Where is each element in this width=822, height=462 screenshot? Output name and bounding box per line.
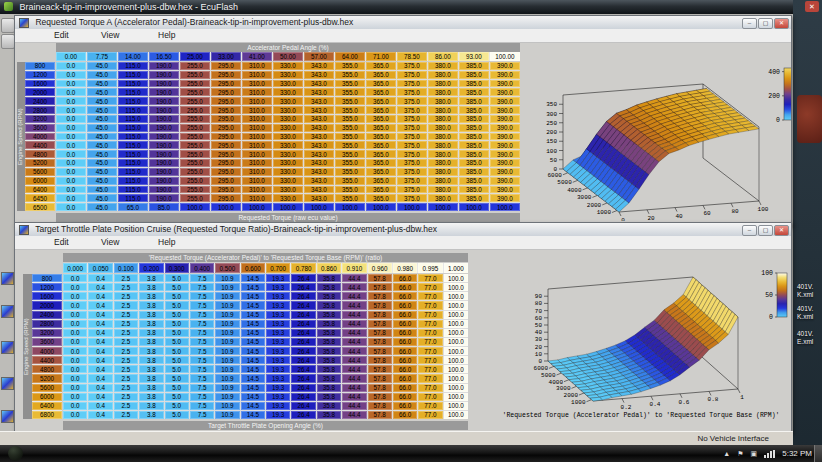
- table-cell[interactable]: 14.5: [241, 338, 265, 346]
- table-cell[interactable]: 255.0: [180, 106, 210, 114]
- row-header-cell[interactable]: 6800: [32, 411, 62, 419]
- table-cell[interactable]: 44.4: [342, 374, 366, 382]
- table-cell[interactable]: 66.0: [393, 292, 417, 300]
- table-cell[interactable]: 390.0: [490, 71, 520, 79]
- table-cell[interactable]: 2.5: [114, 338, 138, 346]
- table-cell[interactable]: 35.8: [317, 384, 341, 392]
- table-cell[interactable]: 385.0: [459, 62, 489, 70]
- table-cell[interactable]: 255.0: [180, 168, 210, 176]
- table-cell[interactable]: 385.0: [459, 133, 489, 141]
- table-cell[interactable]: 255.0: [180, 177, 210, 185]
- table-cell[interactable]: 5.0: [165, 320, 189, 328]
- table-cell[interactable]: 5.0: [165, 411, 189, 419]
- table-cell[interactable]: 375.0: [397, 106, 427, 114]
- table-cell[interactable]: 255.0: [180, 133, 210, 141]
- table-cell[interactable]: 0.0: [63, 338, 87, 346]
- table-cell[interactable]: 45.0: [87, 97, 117, 105]
- table-cell[interactable]: 26.4: [291, 292, 315, 300]
- table-cell[interactable]: 14.5: [241, 301, 265, 309]
- table-cell[interactable]: 375.0: [397, 194, 427, 202]
- table-cell[interactable]: 390.0: [490, 186, 520, 194]
- table-cell[interactable]: 77.0: [418, 365, 442, 373]
- table-cell[interactable]: 66.0: [393, 356, 417, 364]
- menu-help[interactable]: Help: [158, 237, 175, 247]
- table-cell[interactable]: 44.4: [342, 393, 366, 401]
- table-cell[interactable]: 0.4: [88, 384, 112, 392]
- table-cell[interactable]: 44.4: [342, 274, 366, 282]
- minimized-table-icon-1[interactable]: [1, 272, 14, 285]
- table-cell[interactable]: 57.8: [368, 283, 392, 291]
- table-cell[interactable]: 57.8: [368, 384, 392, 392]
- table-cell[interactable]: 66.0: [393, 347, 417, 355]
- table-cell[interactable]: 100.0: [444, 274, 468, 282]
- column-header-cell[interactable]: 16.50: [149, 52, 179, 61]
- table-cell[interactable]: 355.0: [335, 133, 365, 141]
- table-cell[interactable]: 26.4: [291, 329, 315, 337]
- table-cell[interactable]: 19.3: [266, 283, 290, 291]
- table-cell[interactable]: 100.0: [444, 384, 468, 392]
- table-cell[interactable]: 0.0: [56, 168, 86, 176]
- column-header-cell[interactable]: 33.00: [211, 52, 241, 61]
- table-cell[interactable]: 380.0: [428, 124, 458, 132]
- table-cell[interactable]: 10.9: [215, 356, 239, 364]
- table-cell[interactable]: 45.0: [87, 168, 117, 176]
- table-cell[interactable]: 66.0: [393, 411, 417, 419]
- table-cell[interactable]: 45.0: [87, 115, 117, 123]
- table-cell[interactable]: 343.0: [304, 80, 334, 88]
- table-cell[interactable]: 45.0: [87, 80, 117, 88]
- table-cell[interactable]: 3.8: [139, 365, 163, 373]
- table-cell[interactable]: 310.0: [242, 133, 272, 141]
- table-cell[interactable]: 255.0: [180, 150, 210, 158]
- table-cell[interactable]: 380.0: [428, 97, 458, 105]
- table-cell[interactable]: 355.0: [335, 88, 365, 96]
- close-button[interactable]: ✕: [774, 18, 789, 29]
- table-cell[interactable]: 19.3: [266, 311, 290, 319]
- table-cell[interactable]: 115.0: [118, 150, 148, 158]
- table-cell[interactable]: 77.0: [418, 311, 442, 319]
- table-cell[interactable]: 44.4: [342, 384, 366, 392]
- table-cell[interactable]: 380.0: [428, 150, 458, 158]
- column-header-cell[interactable]: 1.000: [444, 263, 468, 273]
- table-cell[interactable]: 310.0: [242, 177, 272, 185]
- table-cell[interactable]: 3.8: [139, 347, 163, 355]
- table-cell[interactable]: 5.0: [165, 338, 189, 346]
- table-cell[interactable]: 100.0: [366, 203, 396, 211]
- table-cell[interactable]: 0.4: [88, 292, 112, 300]
- table-cell[interactable]: 343.0: [304, 71, 334, 79]
- table-cell[interactable]: 35.8: [317, 329, 341, 337]
- table-cell[interactable]: 3.8: [139, 320, 163, 328]
- table-cell[interactable]: 115.0: [118, 159, 148, 167]
- table-cell[interactable]: 343.0: [304, 97, 334, 105]
- table-cell[interactable]: 380.0: [428, 177, 458, 185]
- row-header-cell[interactable]: 3200: [32, 329, 62, 337]
- table-cell[interactable]: 57.8: [368, 347, 392, 355]
- table-cell[interactable]: 3.8: [139, 356, 163, 364]
- table-cell[interactable]: 380.0: [428, 71, 458, 79]
- torque-window-titlebar[interactable]: Requested Torque A (Accelerator Pedal)-B…: [15, 16, 791, 30]
- table-cell[interactable]: 295.0: [211, 194, 241, 202]
- table-cell[interactable]: 100.0: [444, 292, 468, 300]
- table-cell[interactable]: 385.0: [459, 124, 489, 132]
- table-cell[interactable]: 2.5: [114, 384, 138, 392]
- table-cell[interactable]: 35.8: [317, 311, 341, 319]
- table-cell[interactable]: 365.0: [366, 97, 396, 105]
- table-cell[interactable]: 3.8: [139, 411, 163, 419]
- table-cell[interactable]: 26.4: [291, 402, 315, 410]
- table-cell[interactable]: 7.5: [190, 338, 214, 346]
- table-cell[interactable]: 255.0: [180, 62, 210, 70]
- row-header-cell[interactable]: 6000: [25, 177, 55, 185]
- minimized-table-icon-3[interactable]: [1, 341, 14, 354]
- table-cell[interactable]: 77.0: [418, 393, 442, 401]
- table-cell[interactable]: 10.9: [215, 274, 239, 282]
- table-cell[interactable]: 66.0: [393, 283, 417, 291]
- row-header-cell[interactable]: 2800: [25, 106, 55, 114]
- table-cell[interactable]: 0.0: [63, 274, 87, 282]
- menu-edit[interactable]: Edit: [54, 30, 69, 40]
- column-header-cell[interactable]: 0.200: [139, 263, 163, 273]
- table-cell[interactable]: 100.0: [444, 329, 468, 337]
- table-cell[interactable]: 2.5: [114, 311, 138, 319]
- table-cell[interactable]: 115.0: [118, 168, 148, 176]
- table-cell[interactable]: 310.0: [242, 71, 272, 79]
- table-cell[interactable]: 44.4: [342, 338, 366, 346]
- table-cell[interactable]: 0.4: [88, 374, 112, 382]
